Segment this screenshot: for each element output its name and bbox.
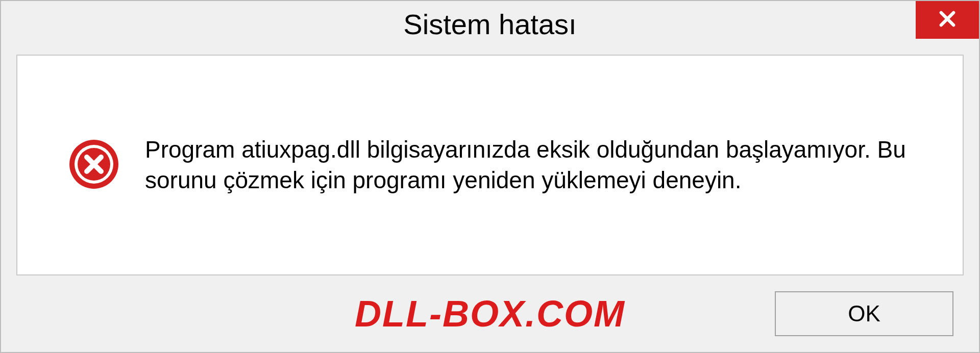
- dialog-footer: DLL-BOX.COM OK: [1, 286, 979, 352]
- titlebar: Sistem hatası: [1, 1, 979, 47]
- ok-button[interactable]: OK: [775, 291, 953, 336]
- close-button[interactable]: [916, 1, 979, 39]
- error-dialog: Sistem hatası Program atiuxpag.dll bilgi…: [0, 0, 980, 353]
- close-icon: [937, 8, 958, 32]
- error-icon: [68, 139, 119, 192]
- content-panel: Program atiuxpag.dll bilgisayarınızda ek…: [16, 55, 964, 275]
- dialog-title: Sistem hatası: [403, 8, 576, 41]
- error-message: Program atiuxpag.dll bilgisayarınızda ek…: [145, 135, 932, 196]
- watermark-text: DLL-BOX.COM: [355, 293, 625, 335]
